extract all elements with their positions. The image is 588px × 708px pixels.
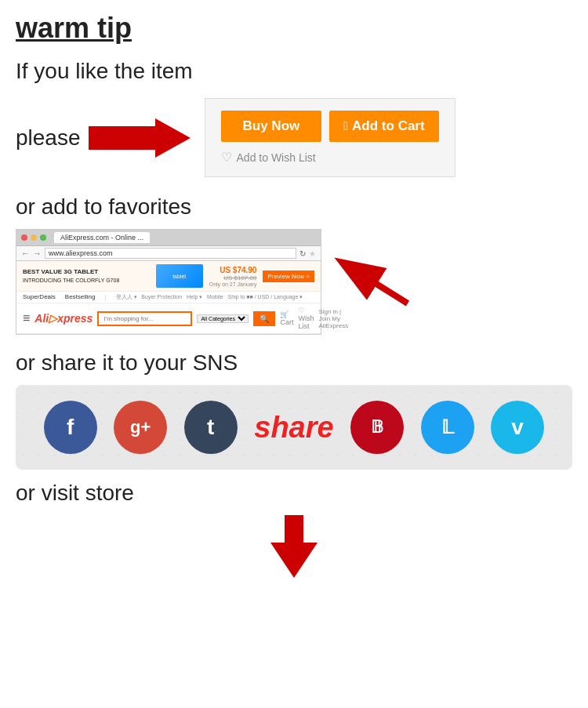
visit-store-section: or visit store bbox=[16, 481, 572, 578]
if-you-like-text: If you like the item bbox=[16, 59, 572, 84]
svg-marker-3 bbox=[270, 515, 318, 578]
promo-image: tablet bbox=[156, 264, 203, 288]
wish-nav: ♡ Wish List bbox=[298, 307, 314, 330]
promo-text: BEST VALUE 3G TABLET INTRODUCING THE COL… bbox=[23, 268, 150, 283]
svg-line-2 bbox=[345, 264, 408, 303]
gplus-label: g+ bbox=[130, 417, 151, 438]
minimize-dot bbox=[31, 234, 37, 241]
visit-store-text: or visit store bbox=[16, 481, 572, 506]
purchase-buttons-box: Buy Now  Add to Cart ♡ Add to Wish List bbox=[205, 98, 456, 177]
please-text: please bbox=[16, 125, 81, 151]
share-sns-text: or share it to your SNS bbox=[16, 350, 572, 376]
twitter-icon[interactable]: 𝕃 bbox=[421, 401, 474, 454]
page-title: warm tip bbox=[16, 12, 572, 45]
right-arrow-icon bbox=[89, 118, 191, 158]
browser-nav-bar: SuperDeals Bestselling | 登入人 ▾ Buyer Pro… bbox=[16, 292, 321, 303]
google-plus-icon[interactable]: g+ bbox=[114, 401, 167, 454]
add-to-cart-button[interactable]:  Add to Cart bbox=[329, 111, 438, 142]
signin-nav: Sign in | Join My AliExpress bbox=[318, 308, 348, 329]
share-text[interactable]: share bbox=[254, 411, 333, 445]
diagonal-arrow-icon bbox=[329, 252, 416, 307]
browser-search-bar: ≡ Ali▷xpress All Categories 🔍 🛒 Cart ♡ W… bbox=[16, 303, 321, 334]
pinterest-label: 𝔹 bbox=[371, 417, 383, 438]
browser-tab: AliExpress.com - Online ... bbox=[54, 232, 150, 243]
browser-url: www.aliexpress.com bbox=[45, 248, 296, 259]
tumblr-icon[interactable]: t bbox=[184, 401, 238, 454]
buy-now-section: please Buy Now  Add to Cart ♡ Add to Wi… bbox=[16, 98, 572, 177]
facebook-label: f bbox=[67, 415, 74, 440]
heart-icon: ♡ bbox=[221, 150, 232, 165]
cart-icon:  bbox=[343, 119, 348, 133]
nav-superdeals: SuperDeals bbox=[23, 293, 56, 301]
tumblr-label: t bbox=[207, 415, 214, 440]
browser-screenshot: AliExpress.com - Online ... ← → www.alie… bbox=[16, 229, 321, 335]
facebook-icon[interactable]: f bbox=[44, 401, 97, 454]
browser-titlebar: AliExpress.com - Online ... bbox=[16, 230, 321, 246]
aliexpress-logo: Ali▷xpress bbox=[34, 312, 93, 325]
back-icon: ← bbox=[21, 249, 30, 258]
buy-now-button[interactable]: Buy Now bbox=[221, 111, 322, 142]
vimeo-label: v bbox=[511, 415, 524, 440]
category-select[interactable]: All Categories bbox=[197, 314, 249, 323]
forward-icon: → bbox=[33, 249, 42, 258]
wish-list-label[interactable]: Add to Wish List bbox=[237, 151, 316, 164]
vimeo-icon[interactable]: v bbox=[491, 401, 544, 454]
promo-price: US $74.90 US $107.00 Only on 27 January bbox=[209, 266, 257, 287]
down-arrow-icon bbox=[16, 515, 572, 578]
cart-nav-icon: 🛒 Cart bbox=[280, 310, 293, 326]
nav-extra: 登入人 ▾ Buyer Protection Help ▾ Mobile Shi… bbox=[116, 293, 303, 301]
nav-bestselling: Bestselling bbox=[65, 293, 96, 301]
ali-search-button[interactable]: 🔍 bbox=[253, 311, 275, 326]
svg-marker-0 bbox=[89, 118, 191, 158]
maximize-dot bbox=[40, 234, 46, 241]
nav-divider: | bbox=[105, 293, 107, 301]
twitter-label: 𝕃 bbox=[441, 416, 454, 438]
star-icon: ★ bbox=[309, 249, 316, 258]
sns-icons-area: f g+ t share 𝔹 𝕃 v bbox=[16, 385, 572, 470]
add-favorites-text: or add to favorites bbox=[16, 194, 572, 220]
ali-search-input[interactable] bbox=[97, 311, 192, 326]
preview-now-button[interactable]: Preview Now > bbox=[263, 270, 314, 282]
button-row: Buy Now  Add to Cart bbox=[221, 111, 439, 142]
pinterest-icon[interactable]: 𝔹 bbox=[350, 401, 404, 454]
browser-promo-bar: BEST VALUE 3G TABLET INTRODUCING THE COL… bbox=[16, 261, 321, 292]
reload-icon: ↻ bbox=[299, 249, 306, 258]
browser-addressbar: ← → www.aliexpress.com ↻ ★ bbox=[16, 246, 321, 261]
close-dot bbox=[21, 234, 27, 241]
wish-list-row: ♡ Add to Wish List bbox=[221, 150, 439, 165]
